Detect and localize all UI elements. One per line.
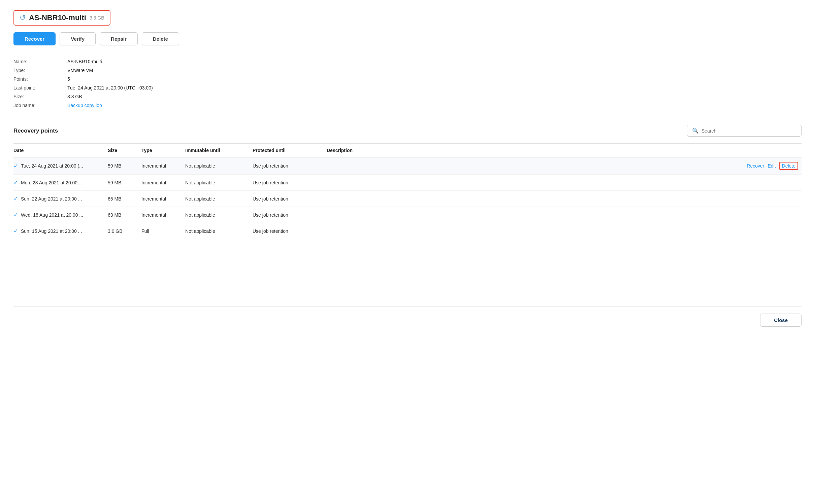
info-row-name: Name: AS-NBR10-multi bbox=[13, 59, 802, 64]
cell-size: 3.0 GB bbox=[108, 223, 141, 239]
info-label-name: Name: bbox=[13, 59, 67, 64]
table-row: ✓Sun, 22 Aug 2021 at 20:00 ...65 MBIncre… bbox=[13, 191, 802, 207]
recovery-section: Recovery points 🔍 Date Size Type Immutab… bbox=[13, 125, 802, 239]
cell-protected: Use job retention bbox=[253, 157, 327, 175]
cell-actions bbox=[734, 175, 802, 191]
info-row-size: Size: 3.3 GB bbox=[13, 94, 802, 99]
col-header-size: Size bbox=[108, 144, 141, 157]
backup-name: AS-NBR10-multi bbox=[29, 13, 86, 22]
cell-protected: Use job retention bbox=[253, 207, 327, 223]
cell-date: ✓Wed, 18 Aug 2021 at 20:00 ... bbox=[13, 207, 108, 223]
search-input[interactable] bbox=[702, 128, 796, 134]
checkmark-icon: ✓ bbox=[13, 163, 18, 170]
recovery-header: Recovery points 🔍 bbox=[13, 125, 802, 137]
col-header-protected: Protected until bbox=[253, 144, 327, 157]
info-row-type: Type: VMware VM bbox=[13, 68, 802, 73]
info-label-type: Type: bbox=[13, 68, 67, 73]
date-value: Sun, 22 Aug 2021 at 20:00 ... bbox=[21, 196, 82, 202]
cell-protected: Use job retention bbox=[253, 191, 327, 207]
cell-immutable: Not applicable bbox=[185, 223, 253, 239]
cell-date: ✓Mon, 23 Aug 2021 at 20:00 ... bbox=[13, 175, 108, 191]
cell-type: Incremental bbox=[141, 191, 185, 207]
repair-button[interactable]: Repair bbox=[100, 32, 138, 45]
verify-button[interactable]: Verify bbox=[60, 32, 96, 45]
checkmark-icon: ✓ bbox=[13, 179, 18, 186]
backup-icon: ↺ bbox=[20, 13, 26, 22]
backup-title-box: ↺ AS-NBR10-multi 3.3 GB bbox=[13, 10, 110, 26]
recovery-points-table: Date Size Type Immutable until Protected… bbox=[13, 144, 802, 239]
cell-protected: Use job retention bbox=[253, 223, 327, 239]
cell-immutable: Not applicable bbox=[185, 207, 253, 223]
col-header-type: Type bbox=[141, 144, 185, 157]
date-value: Wed, 18 Aug 2021 at 20:00 ... bbox=[21, 212, 83, 218]
date-value: Tue, 24 Aug 2021 at 20:00 (... bbox=[21, 163, 83, 169]
cell-type: Full bbox=[141, 223, 185, 239]
cell-date: ✓Tue, 24 Aug 2021 at 20:00 (... bbox=[13, 157, 108, 175]
cell-protected: Use job retention bbox=[253, 175, 327, 191]
info-label-points: Points: bbox=[13, 76, 67, 82]
info-label-jobname: Job name: bbox=[13, 103, 67, 108]
cell-description bbox=[327, 207, 734, 223]
cell-actions bbox=[734, 191, 802, 207]
cell-date: ✓Sun, 15 Aug 2021 at 20:00 ... bbox=[13, 223, 108, 239]
cell-actions: RecoverEditDelete bbox=[734, 157, 802, 175]
footer: Close bbox=[13, 314, 802, 327]
info-label-lastpoint: Last point: bbox=[13, 85, 67, 91]
close-button[interactable]: Close bbox=[760, 314, 802, 327]
recovery-title: Recovery points bbox=[13, 128, 58, 134]
cell-type: Incremental bbox=[141, 157, 185, 175]
info-value-points: 5 bbox=[67, 76, 70, 82]
toolbar: Recover Verify Repair Delete bbox=[13, 32, 802, 45]
delete-button[interactable]: Delete bbox=[142, 32, 179, 45]
info-value-name: AS-NBR10-multi bbox=[67, 59, 102, 64]
search-box[interactable]: 🔍 bbox=[687, 125, 802, 137]
info-row-lastpoint: Last point: Tue, 24 Aug 2021 at 20:00 (U… bbox=[13, 85, 802, 91]
search-icon: 🔍 bbox=[692, 128, 699, 134]
table-row: ✓Tue, 24 Aug 2021 at 20:00 (...59 MBIncr… bbox=[13, 157, 802, 175]
date-value: Sun, 15 Aug 2021 at 20:00 ... bbox=[21, 228, 82, 234]
cell-type: Incremental bbox=[141, 207, 185, 223]
cell-immutable: Not applicable bbox=[185, 175, 253, 191]
cell-date: ✓Sun, 22 Aug 2021 at 20:00 ... bbox=[13, 191, 108, 207]
checkmark-icon: ✓ bbox=[13, 211, 18, 218]
info-value-lastpoint: Tue, 24 Aug 2021 at 20:00 (UTC +03:00) bbox=[67, 85, 153, 91]
cell-immutable: Not applicable bbox=[185, 191, 253, 207]
cell-size: 59 MB bbox=[108, 175, 141, 191]
info-row-points: Points: 5 bbox=[13, 76, 802, 82]
col-header-description: Description bbox=[327, 144, 734, 157]
info-value-size: 3.3 GB bbox=[67, 94, 82, 99]
table-row: ✓Sun, 15 Aug 2021 at 20:00 ...3.0 GBFull… bbox=[13, 223, 802, 239]
checkmark-icon: ✓ bbox=[13, 227, 18, 235]
cell-description bbox=[327, 191, 734, 207]
cell-type: Incremental bbox=[141, 175, 185, 191]
checkmark-icon: ✓ bbox=[13, 195, 18, 202]
col-header-date: Date bbox=[13, 144, 108, 157]
recover-button[interactable]: Recover bbox=[13, 32, 56, 45]
row-recover-link[interactable]: Recover bbox=[747, 163, 764, 169]
info-value-jobname[interactable]: Backup copy job bbox=[67, 103, 102, 108]
cell-immutable: Not applicable bbox=[185, 157, 253, 175]
table-row: ✓Mon, 23 Aug 2021 at 20:00 ...59 MBIncre… bbox=[13, 175, 802, 191]
cell-actions bbox=[734, 207, 802, 223]
info-row-jobname: Job name: Backup copy job bbox=[13, 103, 802, 108]
date-value: Mon, 23 Aug 2021 at 20:00 ... bbox=[21, 180, 83, 185]
cell-description bbox=[327, 157, 734, 175]
info-label-size: Size: bbox=[13, 94, 67, 99]
cell-description bbox=[327, 223, 734, 239]
row-delete-link[interactable]: Delete bbox=[779, 162, 798, 170]
footer-divider bbox=[13, 307, 802, 307]
cell-size: 63 MB bbox=[108, 207, 141, 223]
cell-actions bbox=[734, 223, 802, 239]
info-value-type: VMware VM bbox=[67, 68, 93, 73]
col-header-actions bbox=[734, 144, 802, 157]
backup-size: 3.3 GB bbox=[90, 15, 104, 21]
col-header-immutable: Immutable until bbox=[185, 144, 253, 157]
cell-size: 59 MB bbox=[108, 157, 141, 175]
cell-description bbox=[327, 175, 734, 191]
row-edit-link[interactable]: Edit bbox=[768, 163, 776, 169]
table-row: ✓Wed, 18 Aug 2021 at 20:00 ...63 MBIncre… bbox=[13, 207, 802, 223]
info-section: Name: AS-NBR10-multi Type: VMware VM Poi… bbox=[13, 56, 802, 114]
cell-size: 65 MB bbox=[108, 191, 141, 207]
